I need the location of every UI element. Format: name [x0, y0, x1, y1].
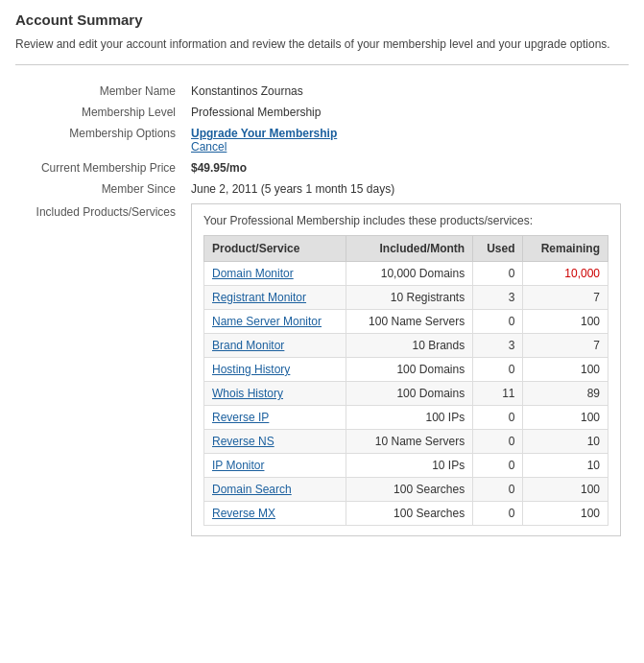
remaining-cell: 100: [523, 406, 608, 430]
product-link[interactable]: Name Server Monitor: [212, 315, 322, 328]
product-name-cell: Whois History: [204, 382, 346, 406]
membership-price-row: Current Membership Price $49.95/mo: [15, 157, 629, 178]
table-row: Whois History100 Domains1189: [204, 382, 608, 406]
product-link[interactable]: IP Monitor: [212, 459, 264, 472]
remaining-cell: 10: [523, 454, 608, 478]
member-name-label: Member Name: [15, 81, 183, 102]
membership-level-row: Membership Level Professional Membership: [15, 102, 629, 123]
membership-price-value: $49.95/mo: [183, 157, 629, 178]
products-table-header: Product/Service Included/Month Used Rema…: [204, 236, 608, 262]
upgrade-membership-link[interactable]: Upgrade Your Membership: [191, 127, 337, 140]
remaining-cell: 7: [523, 334, 608, 358]
account-info-table: Member Name Konstantinos Zournas Members…: [15, 81, 629, 540]
product-name-cell: Hosting History: [204, 358, 346, 382]
product-link[interactable]: Brand Monitor: [212, 339, 284, 352]
used-cell: 0: [473, 430, 523, 454]
member-since-label: Member Since: [15, 178, 183, 200]
table-row: Brand Monitor10 Brands37: [204, 334, 608, 358]
included-cell: 10 IPs: [346, 454, 472, 478]
product-name-cell: Reverse NS: [204, 430, 346, 454]
products-table: Product/Service Included/Month Used Rema…: [203, 235, 608, 526]
product-name-cell: Name Server Monitor: [204, 310, 346, 334]
included-cell: 10 Brands: [346, 334, 472, 358]
included-cell: 100 Name Servers: [346, 310, 472, 334]
used-cell: 0: [473, 406, 523, 430]
table-row: Hosting History100 Domains0100: [204, 358, 608, 382]
product-name-cell: Reverse IP: [204, 406, 346, 430]
included-products-label: Included Products/Services: [15, 200, 183, 540]
included-cell: 100 Domains: [346, 382, 472, 406]
included-cell: 10 Registrants: [346, 286, 472, 310]
table-row: Domain Monitor10,000 Domains010,000: [204, 262, 608, 286]
page-description: Review and edit your account information…: [15, 36, 629, 53]
product-link[interactable]: Hosting History: [212, 363, 290, 376]
member-name-value: Konstantinos Zournas: [183, 81, 629, 102]
member-since-row: Member Since June 2, 2011 (5 years 1 mon…: [15, 178, 629, 200]
included-cell: 100 Domains: [346, 358, 472, 382]
included-intro-text: Your Professional Membership includes th…: [203, 214, 608, 227]
remaining-cell: 100: [523, 358, 608, 382]
product-link[interactable]: Reverse MX: [212, 507, 275, 520]
included-cell: 100 Searches: [346, 502, 472, 526]
remaining-cell: 10: [523, 430, 608, 454]
page-title: Account Summary: [15, 12, 629, 28]
included-cell: 10 Name Servers: [346, 430, 472, 454]
table-row: IP Monitor10 IPs010: [204, 454, 608, 478]
used-cell: 0: [473, 262, 523, 286]
product-name-cell: Domain Monitor: [204, 262, 346, 286]
remaining-cell: 89: [523, 382, 608, 406]
used-cell: 0: [473, 358, 523, 382]
included-products-box: Your Professional Membership includes th…: [191, 203, 621, 536]
col-used: Used: [473, 236, 523, 262]
col-included: Included/Month: [346, 236, 472, 262]
product-name-cell: Brand Monitor: [204, 334, 346, 358]
col-remaining: Remaining: [523, 236, 608, 262]
remaining-cell: 10,000: [523, 262, 608, 286]
table-row: Name Server Monitor100 Name Servers0100: [204, 310, 608, 334]
membership-level-label: Membership Level: [15, 102, 183, 123]
used-cell: 0: [473, 310, 523, 334]
cancel-link[interactable]: Cancel: [191, 140, 621, 154]
col-product: Product/Service: [204, 236, 346, 262]
product-link[interactable]: Reverse NS: [212, 435, 274, 448]
remaining-cell: 100: [523, 502, 608, 526]
table-row: Domain Search100 Searches0100: [204, 478, 608, 502]
product-link[interactable]: Reverse IP: [212, 411, 269, 424]
used-cell: 3: [473, 334, 523, 358]
product-link[interactable]: Domain Monitor: [212, 267, 294, 280]
used-cell: 0: [473, 478, 523, 502]
included-products-row: Included Products/Services Your Professi…: [15, 200, 629, 540]
product-name-cell: IP Monitor: [204, 454, 346, 478]
included-cell: 10,000 Domains: [346, 262, 472, 286]
included-cell: 100 Searches: [346, 478, 472, 502]
table-row: Reverse NS10 Name Servers010: [204, 430, 608, 454]
membership-price-label: Current Membership Price: [15, 157, 183, 178]
product-name-cell: Reverse MX: [204, 502, 346, 526]
used-cell: 11: [473, 382, 523, 406]
member-since-value: June 2, 2011 (5 years 1 month 15 days): [183, 178, 629, 200]
product-link[interactable]: Registrant Monitor: [212, 291, 306, 304]
membership-options-row: Membership Options Upgrade Your Membersh…: [15, 123, 629, 157]
table-row: Registrant Monitor10 Registrants37: [204, 286, 608, 310]
included-products-value: Your Professional Membership includes th…: [183, 200, 629, 540]
used-cell: 0: [473, 502, 523, 526]
used-cell: 0: [473, 454, 523, 478]
included-cell: 100 IPs: [346, 406, 472, 430]
membership-level-value: Professional Membership: [183, 102, 629, 123]
table-row: Reverse MX100 Searches0100: [204, 502, 608, 526]
membership-options-value: Upgrade Your Membership Cancel: [183, 123, 629, 157]
remaining-cell: 7: [523, 286, 608, 310]
section-divider: [15, 64, 629, 65]
product-name-cell: Domain Search: [204, 478, 346, 502]
product-name-cell: Registrant Monitor: [204, 286, 346, 310]
membership-options-label: Membership Options: [15, 123, 183, 157]
remaining-cell: 100: [523, 310, 608, 334]
table-row: Reverse IP100 IPs0100: [204, 406, 608, 430]
product-link[interactable]: Whois History: [212, 387, 283, 400]
remaining-cell: 100: [523, 478, 608, 502]
product-link[interactable]: Domain Search: [212, 483, 292, 496]
used-cell: 3: [473, 286, 523, 310]
member-name-row: Member Name Konstantinos Zournas: [15, 81, 629, 102]
